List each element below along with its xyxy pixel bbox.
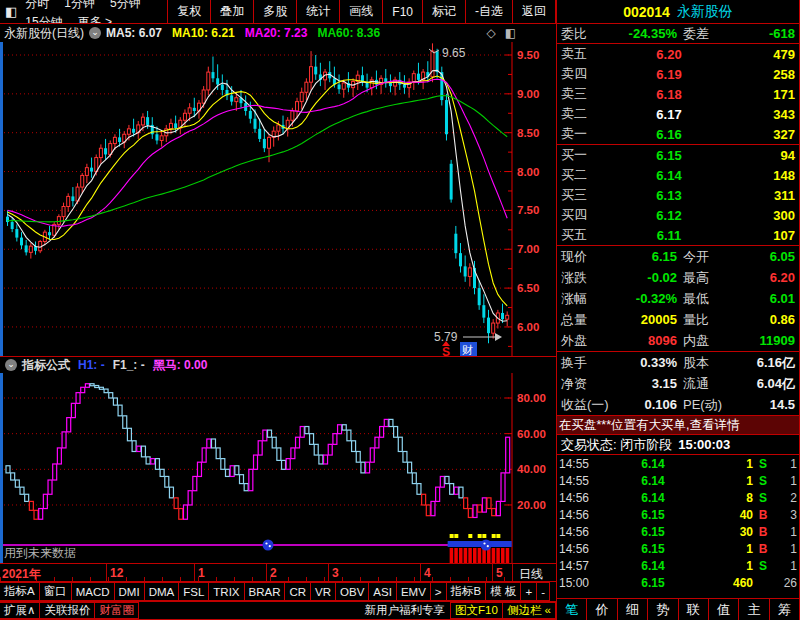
window-split-icon[interactable]: ◧ — [5, 4, 17, 19]
indicator-tab[interactable]: + — [520, 582, 537, 601]
candle-up — [506, 315, 509, 319]
quote-tab[interactable]: 联 — [678, 599, 708, 620]
bottom-tab[interactable]: 侧边栏 « — [502, 602, 556, 619]
oscillator-bar — [188, 491, 192, 505]
quote-label: 净资 — [561, 375, 607, 393]
indicator-chart[interactable]: 80.0060.0040.0020.00 用到未来数据 — [0, 373, 556, 563]
ask-row[interactable]: 卖四6.19258 — [557, 64, 799, 84]
commission-ratio-row: 委比 -24.35% 委差 -618 — [557, 24, 799, 44]
toolbar-period-item[interactable]: 15分钟 — [25, 15, 62, 25]
bid-row[interactable]: 买二6.14148 — [557, 165, 799, 185]
ask-row[interactable]: 卖五6.20479 — [557, 44, 799, 64]
level-volume: 327 — [731, 127, 795, 142]
chevron-down-icon[interactable]: ⌄ — [89, 27, 101, 39]
stock-name: 永新股份 — [677, 3, 733, 21]
quote-value: 0.86 — [725, 312, 795, 327]
bottom-tab[interactable]: 图文F10 — [450, 602, 503, 619]
toolbar-button[interactable]: 复权 — [167, 0, 210, 23]
indicator-tab[interactable]: DMI — [114, 582, 145, 601]
bid-row[interactable]: 买一6.1594 — [557, 145, 799, 165]
quote-tab[interactable]: 笔 — [557, 599, 586, 620]
tick-trade-list: 14:556.141S114:556.141S114:566.148S214:5… — [557, 455, 799, 591]
toolbar-period-item[interactable]: 分时 — [25, 0, 49, 10]
signal-yellow-dot — [468, 534, 472, 538]
indicator-tab[interactable]: 指标B — [446, 582, 487, 601]
toolbar-period-item[interactable]: 更多 > — [78, 15, 112, 25]
oscillator-bar — [328, 444, 332, 455]
bottom-tab[interactable]: 财富圈 — [94, 602, 139, 619]
oscillator-bar — [225, 469, 229, 476]
quote-value: 6.16亿 — [725, 354, 795, 372]
oscillator-bar — [478, 505, 482, 512]
toolbar-button[interactable]: F10 — [382, 0, 422, 23]
indicator-tab[interactable]: VR — [310, 582, 336, 601]
quote-tab[interactable]: 势 — [647, 599, 677, 620]
toolbar-button[interactable]: 叠加 — [210, 0, 253, 23]
indicator-tab[interactable]: ASI — [368, 582, 397, 601]
indicator-tab[interactable]: 窗口 — [39, 582, 72, 601]
toolbar-button[interactable]: 标记 — [422, 0, 465, 23]
toolbar-button[interactable]: -自选 — [465, 0, 512, 23]
indicator-tab[interactable]: EMV — [396, 582, 431, 601]
indicator-tab[interactable]: TRIX — [208, 582, 244, 601]
toolbar-button[interactable]: 多股 — [253, 0, 296, 23]
bid-row[interactable]: 买五6.11107 — [557, 225, 799, 245]
indicator-tab[interactable]: MACD — [71, 582, 115, 601]
signal-circle — [263, 540, 274, 551]
period-label[interactable]: 日线 — [519, 566, 543, 581]
indicator-tab[interactable]: CR — [284, 582, 311, 601]
bottom-tab[interactable]: 扩展∧ — [0, 602, 40, 619]
candle-down — [221, 85, 224, 90]
oscillator-bar — [48, 480, 52, 494]
oscillator-bar — [197, 462, 201, 476]
quote-row: 总量20005量比0.86 — [557, 309, 799, 330]
chart-title: 永新股份(日线) — [4, 25, 84, 42]
diamond-icon[interactable]: ◇ — [486, 26, 495, 40]
quote-tab[interactable]: 细 — [617, 599, 647, 620]
indicator-tab[interactable]: 模 板 — [485, 582, 521, 601]
candle-up — [277, 125, 280, 131]
bid-row[interactable]: 买四6.12300 — [557, 205, 799, 225]
bid-row[interactable]: 买三6.13311 — [557, 185, 799, 205]
trade-side: S — [753, 457, 773, 471]
indicator-tab[interactable]: BRAR — [244, 582, 286, 601]
trade-time: 14:56 — [559, 508, 597, 522]
trade-volume: 40 — [709, 508, 753, 522]
toolbar-button[interactable]: 统计 — [296, 0, 339, 23]
toolbar-button[interactable]: 画线 — [339, 0, 382, 23]
candlestick-chart[interactable]: 9.509.008.508.007.507.006.506.009.655.79… — [0, 42, 556, 356]
candle-up — [412, 74, 415, 83]
trade-side: S — [753, 559, 773, 573]
promo-label[interactable]: 新用户福利专享 — [359, 602, 452, 619]
toolbar-period-item[interactable]: 5分钟 — [110, 0, 141, 10]
candle-up — [169, 123, 172, 128]
indicator-tab[interactable]: 指标A — [0, 582, 40, 601]
toolbar-period-item[interactable]: 1分钟 — [64, 0, 95, 10]
indicator-tab[interactable]: OBV — [335, 582, 369, 601]
chevron-down-icon[interactable]: ⌄ — [5, 359, 17, 371]
ask-row[interactable]: 卖三6.18171 — [557, 84, 799, 104]
candlestick-svg[interactable]: 9.509.008.508.007.507.006.506.009.655.79… — [0, 42, 556, 356]
oscillator-bar — [99, 387, 103, 389]
indicator-tab[interactable]: DMA — [144, 582, 180, 601]
quote-tab[interactable]: 价 — [586, 599, 616, 620]
oscillator-bar — [422, 494, 426, 505]
indicator-tab[interactable]: FSL — [178, 582, 209, 601]
oscillator-bar — [137, 446, 141, 451]
ask-row[interactable]: 卖一6.16327 — [557, 124, 799, 144]
candle-up — [188, 108, 191, 113]
oscillator-bar — [95, 386, 99, 388]
ask-row[interactable]: 卖二6.17343 — [557, 104, 799, 124]
top-toolbar: ◧ 分时1分钟5分钟15分钟更多 > 复权叠加多股统计画线F10标记-自选返回 — [0, 0, 556, 24]
alert-message[interactable]: 在买盘***位置有大买单,查看详情 — [557, 415, 799, 435]
indicator-tab[interactable]: - — [536, 582, 550, 601]
quote-tab[interactable]: 值 — [708, 599, 738, 620]
bottom-tab[interactable]: 关联报价 — [39, 602, 95, 619]
quote-tab[interactable]: 主 — [738, 599, 768, 620]
quote-tab[interactable]: 筹 — [769, 599, 799, 620]
window-icon[interactable]: ◧ — [505, 26, 516, 40]
oscillator-bar — [169, 487, 173, 498]
indicator-tab[interactable]: > — [430, 582, 447, 601]
indicator-svg[interactable]: 80.0060.0040.0020.00 — [0, 373, 556, 563]
toolbar-button[interactable]: 返回 — [512, 0, 556, 23]
